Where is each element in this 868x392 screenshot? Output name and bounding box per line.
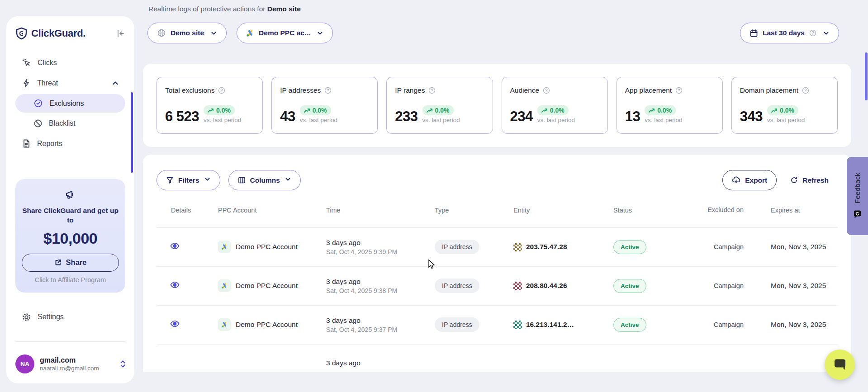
entity-identicon	[513, 321, 522, 329]
stat-sub-label: vs. last period	[300, 117, 337, 123]
clickguard-shield-icon	[15, 27, 28, 40]
help-circle-icon[interactable]	[324, 87, 332, 94]
table-row: 3 days ago	[157, 345, 838, 383]
sidebar-item-clicks[interactable]: Clicks	[15, 53, 125, 72]
view-details-eye-icon[interactable]	[170, 242, 180, 250]
site-selector[interactable]: Demo site	[147, 23, 227, 43]
sidebar-item-settings[interactable]: Settings	[15, 308, 125, 326]
expires-at-value: Mon, Nov 3, 2025	[753, 282, 838, 290]
stat-sub-label: vs. last period	[767, 117, 805, 123]
stat-delta-badge: 0.0%	[645, 105, 676, 115]
trend-up-icon	[208, 108, 214, 113]
time-absolute: Sat, Oct 4, 2025 9:39 PM	[326, 248, 435, 255]
help-circle-icon[interactable]	[218, 87, 225, 94]
page-subtitle: Realtime logs of protective actions for …	[148, 5, 851, 13]
sidebar-item-threat[interactable]: Threat	[15, 74, 125, 92]
time-relative: 3 days ago	[326, 359, 435, 367]
excluded-on-value: Campaign	[699, 282, 753, 289]
promo-amount: $10,000	[22, 230, 119, 247]
google-ads-icon	[218, 279, 231, 292]
funnel-icon	[166, 176, 174, 184]
trend-up-icon	[304, 108, 310, 113]
view-details-eye-icon[interactable]	[170, 281, 180, 288]
share-button[interactable]: Share	[22, 254, 119, 272]
stat-sub-label: vs. last period	[204, 117, 241, 123]
chevron-up-down-icon	[119, 360, 126, 368]
stat-delta-value: 0.0%	[216, 107, 231, 114]
stat-card-ip-addresses: IP addresses 43 0.0% vs. last period	[271, 77, 378, 134]
entity-identicon	[513, 282, 522, 290]
brand-logo[interactable]: ClickGuard.	[15, 27, 85, 40]
chevron-down-icon	[204, 176, 211, 184]
stat-sub-label: vs. last period	[645, 117, 682, 123]
help-circle-icon[interactable]	[802, 87, 809, 94]
time-relative: 3 days ago	[326, 316, 435, 325]
chevron-down-icon	[823, 30, 830, 37]
type-badge: IP address	[435, 279, 479, 293]
sidebar-item-blacklist[interactable]: Blacklist	[15, 114, 125, 132]
col-header-expires-at: Expires at	[753, 207, 838, 214]
col-header-ppc-account: PPC Account	[218, 207, 326, 214]
entity-value: 203.75.47.28	[526, 243, 567, 251]
subtitle-text: Realtime logs of protective actions for	[148, 5, 265, 13]
cloud-download-icon	[732, 176, 740, 184]
filters-button-label: Filters	[178, 176, 199, 184]
exclusions-table-panel: Filters Columns Exp	[143, 155, 851, 372]
help-circle-icon[interactable]	[428, 87, 436, 94]
calendar-icon	[749, 29, 758, 38]
sidebar-nav: Clicks Threat Exclusions	[15, 53, 125, 153]
stat-delta-value: 0.0%	[657, 107, 672, 114]
sidebar-scrollbar[interactable]	[131, 92, 133, 173]
nav-label: Settings	[38, 313, 64, 321]
trend-up-icon	[427, 108, 433, 113]
sidebar-item-reports[interactable]: Reports	[15, 134, 125, 153]
nav-label: Clicks	[38, 59, 57, 67]
ppc-account-name: Demo PPC Account	[236, 321, 298, 329]
share-button-label: Share	[66, 258, 87, 267]
chat-launcher-button[interactable]	[825, 349, 855, 380]
table-row: Demo PPC Account 3 days ago Sat, Oct 4, …	[157, 267, 838, 306]
refresh-button[interactable]: Refresh	[788, 170, 830, 190]
stat-card-total-exclusions: Total exclusions 6 523 0.0% vs. last per…	[157, 77, 263, 134]
stat-delta-badge: 0.0%	[767, 105, 798, 115]
google-ads-icon	[246, 29, 254, 37]
badge-check-icon	[33, 99, 43, 108]
help-circle-icon[interactable]	[543, 87, 550, 94]
view-details-eye-icon[interactable]	[170, 320, 180, 327]
stat-label: IP addresses	[280, 86, 321, 94]
stat-label: Domain placement	[740, 86, 798, 94]
google-ads-icon	[218, 241, 231, 253]
account-switcher[interactable]: NA gmail.com naatali.ro@gmail.com	[15, 354, 126, 373]
date-range-value: Last 30 days	[763, 29, 805, 37]
stat-card-audience: Audience 234 0.0% vs. last period	[502, 77, 608, 134]
user-email: naatali.ro@gmail.com	[40, 365, 99, 372]
entity-identicon	[513, 243, 522, 251]
stat-label: IP ranges	[395, 86, 425, 94]
date-range-selector[interactable]: Last 30 days	[740, 23, 839, 43]
trend-up-icon	[771, 108, 778, 113]
stat-delta-badge: 0.0%	[537, 105, 569, 115]
sidebar-item-exclusions[interactable]: Exclusions	[15, 94, 125, 113]
stat-delta-badge: 0.0%	[300, 105, 331, 115]
brand-name: ClickGuard.	[31, 28, 85, 39]
page-scrollbar[interactable]	[865, 52, 868, 100]
stat-label: Audience	[510, 86, 540, 94]
filters-button[interactable]: Filters	[157, 170, 220, 190]
sidebar-collapse-icon[interactable]	[116, 29, 125, 38]
time-relative: 3 days ago	[326, 239, 435, 247]
columns-button[interactable]: Columns	[228, 170, 301, 190]
main-content: Realtime logs of protective actions for …	[143, 0, 851, 372]
help-circle-icon[interactable]	[675, 87, 683, 94]
feedback-tab[interactable]: Feedback	[847, 157, 868, 235]
export-button-label: Export	[745, 176, 767, 184]
chevron-up-icon[interactable]	[112, 80, 119, 87]
gear-icon	[22, 312, 31, 322]
export-button[interactable]: Export	[722, 170, 777, 190]
nav-label: Reports	[37, 140, 62, 148]
ppc-account-selector[interactable]: Demo PPC ac...	[237, 23, 333, 43]
stat-card-ip-ranges: IP ranges 233 0.0% vs. last period	[386, 77, 493, 134]
time-relative: 3 days ago	[326, 278, 435, 286]
help-circle-icon[interactable]	[809, 29, 816, 37]
chevron-down-icon	[210, 30, 217, 37]
type-badge: IP address	[435, 240, 479, 254]
